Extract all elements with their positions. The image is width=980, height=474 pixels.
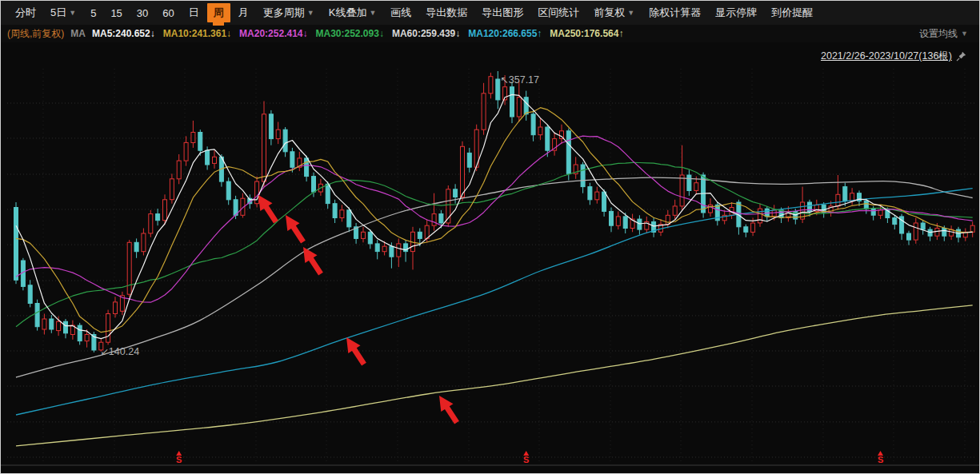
toolbar-item-label: 更多周期 — [263, 6, 305, 20]
ex-rights-markers: SSS — [176, 451, 883, 464]
red-arrow-annotation-2 — [303, 247, 323, 276]
date-range: 2021/2/26-2023/10/27(136根) — [821, 50, 966, 63]
toolbar-item-label: 5 — [90, 7, 96, 19]
ma-values: MA5:240.652↓MA10:241.361↓MA20:252.414↓MA… — [92, 28, 631, 39]
toolbar-button-15[interactable]: 前复权▼ — [587, 3, 641, 22]
toolbar-button-17[interactable]: 显示停牌 — [709, 3, 763, 22]
toolbar-item-label: 显示停牌 — [715, 6, 757, 20]
period-tab-1[interactable]: 5日▼ — [44, 3, 82, 22]
ex-rights-marker: S — [878, 455, 883, 464]
toolbar-item-label: 30 — [137, 7, 148, 19]
date-range-link[interactable]: 2021/2/26-2023/10/27(136根) — [821, 50, 952, 63]
candlestick-canvas[interactable]: ↖357.17↙140.24SSS — [1, 42, 979, 473]
ma-value-ma5: MA5:240.652↓ — [92, 28, 155, 39]
grid — [1, 69, 979, 465]
ma-line-ma250 — [16, 305, 973, 446]
toolbar-item-label: 画线 — [390, 6, 411, 20]
period-tab-2[interactable]: 5 — [84, 5, 102, 22]
period-tab-0[interactable]: 分时 — [9, 3, 42, 22]
toolbar-item-label: 60 — [162, 7, 174, 19]
toolbar-item-label: 分时 — [15, 6, 36, 20]
chevron-down-icon: ▼ — [369, 9, 376, 17]
ma-value-ma60: MA60:259.439↓ — [392, 28, 460, 39]
ma-settings-button[interactable]: 设置均线 ▼ — [919, 27, 968, 41]
ma-line-ma120 — [16, 189, 973, 415]
chevron-down-icon: ▼ — [307, 9, 314, 17]
ex-rights-marker: S — [176, 455, 182, 464]
ma-group-label: MA — [70, 28, 86, 39]
toolbar-item-label: 周 — [214, 6, 224, 20]
chevron-down-icon: ▼ — [961, 30, 968, 38]
period-tab-4[interactable]: 30 — [130, 5, 154, 22]
stock-chart-window: 分时5日▼5153060日周月更多周期▼K线叠加▼画线导出数据导出图形区间统计前… — [0, 0, 980, 474]
low-price-label: ↙140.24 — [100, 346, 139, 357]
toolbar-button-13[interactable]: 导出图形 — [475, 3, 530, 22]
period-tab-7[interactable]: 周 — [207, 3, 230, 22]
toolbar-item-label: 日 — [189, 6, 199, 20]
toolbar-item-label: 5日 — [50, 6, 66, 20]
red-arrow-annotation-0 — [258, 195, 278, 224]
toolbar-item-label: K线叠加 — [329, 6, 367, 20]
ma-settings-label: 设置均线 — [919, 27, 958, 41]
pin-icon[interactable] — [956, 51, 966, 62]
period-tab-6[interactable]: 日 — [182, 3, 206, 22]
ma-value-ma120: MA120:266.655↑ — [468, 28, 542, 39]
toolbar-item-label: 15 — [110, 7, 122, 19]
toolbar-button-18[interactable]: 到价提醒 — [765, 3, 819, 22]
toolbar-item-label: 月 — [238, 6, 249, 20]
toolbar-item-label: 区间统计 — [538, 6, 579, 20]
toolbar-item-label: 导出数据 — [426, 6, 467, 20]
toolbar-item-label: 到价提醒 — [771, 6, 813, 20]
toolbar-item-label: 除权计算器 — [649, 6, 701, 20]
ma-value-ma250: MA250:176.564↑ — [550, 28, 623, 39]
toolbar-button-11[interactable]: 画线 — [384, 3, 418, 22]
red-arrow-annotation-3 — [346, 337, 366, 366]
red-arrow-annotation-1 — [286, 215, 306, 244]
red-arrow-annotation-4 — [439, 396, 459, 424]
chevron-down-icon: ▼ — [69, 9, 76, 17]
toolbar-item-label: 前复权 — [594, 6, 625, 20]
ma-indicator-row: (周线,前复权) MA MA5:240.652↓MA10:241.361↓MA2… — [1, 25, 979, 42]
toolbar-button-16[interactable]: 除权计算器 — [642, 3, 707, 22]
toolbar-button-10[interactable]: K线叠加▼ — [322, 3, 383, 22]
chevron-down-icon: ▼ — [627, 9, 634, 17]
toolbar-button-12[interactable]: 导出数据 — [419, 3, 474, 22]
kline-chart[interactable]: 2021/2/26-2023/10/27(136根) ↖357.17↙140.2… — [1, 42, 979, 473]
high-price-label: ↖357.17 — [500, 74, 539, 86]
candles — [14, 71, 975, 353]
ma-value-ma10: MA10:241.361↓ — [163, 28, 231, 39]
ex-rights-marker: S — [523, 455, 529, 464]
ma-value-ma20: MA20:252.414↓ — [239, 28, 307, 39]
toolbar-button-14[interactable]: 区间统计 — [531, 3, 586, 22]
toolbar-item-label: 导出图形 — [482, 6, 523, 20]
period-tab-5[interactable]: 60 — [156, 5, 180, 22]
ma-value-ma30: MA30:252.093↓ — [316, 28, 384, 39]
toolbar-button-9[interactable]: 更多周期▼ — [257, 3, 321, 22]
chart-mode-label: (周线,前复权) — [7, 27, 64, 41]
period-tab-8[interactable]: 月 — [232, 3, 255, 22]
period-tab-3[interactable]: 15 — [104, 5, 128, 22]
period-toolbar: 分时5日▼5153060日周月更多周期▼K线叠加▼画线导出数据导出图形区间统计前… — [1, 1, 979, 25]
